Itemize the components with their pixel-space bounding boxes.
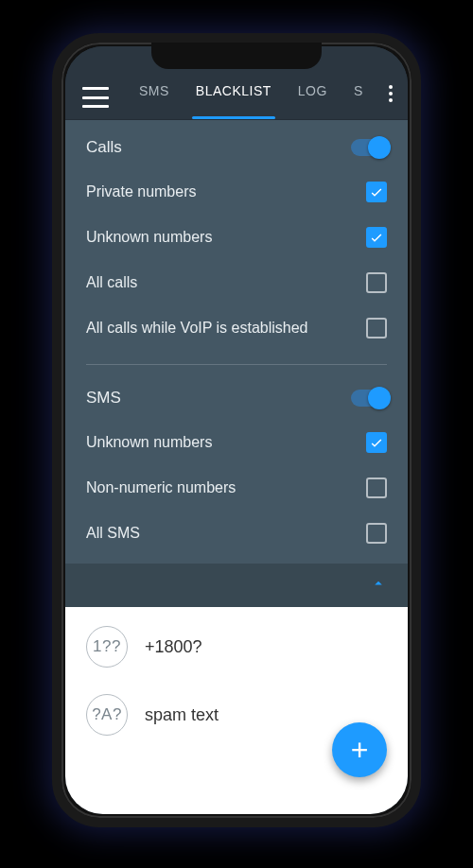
appbar-actions — [383, 79, 398, 108]
sms-unknown-row[interactable]: Unknown numbers — [86, 420, 387, 465]
row-label: Unknown numbers — [86, 434, 212, 451]
phone-frame: SMS BLACKLIST LOG S Calls — [52, 33, 421, 827]
blacklist-entries: 1?? +1800? ?A? spam text + — [65, 607, 408, 814]
calls-all-row[interactable]: All calls — [86, 260, 387, 305]
row-label: All SMS — [86, 525, 140, 542]
entry-label: +1800? — [145, 637, 202, 657]
checkbox-icon[interactable] — [366, 523, 387, 544]
entry-type-icon: 1?? — [86, 626, 128, 668]
row-label: Non-numeric numbers — [86, 479, 236, 496]
row-label: Unknown numbers — [86, 229, 212, 246]
checkbox-icon[interactable] — [366, 227, 387, 248]
tab-sms[interactable]: SMS — [126, 74, 183, 108]
checkbox-icon[interactable] — [366, 272, 387, 293]
collapse-strip[interactable] — [65, 564, 408, 607]
overflow-menu-icon[interactable] — [383, 79, 398, 108]
calls-header-label: Calls — [86, 138, 122, 157]
chevron-up-icon — [370, 575, 387, 597]
sms-header-row: SMS — [86, 376, 387, 420]
tab-bar: SMS BLACKLIST LOG S — [126, 74, 383, 108]
calls-toggle[interactable] — [351, 139, 387, 156]
calls-private-row[interactable]: Private numbers — [86, 169, 387, 215]
calls-header-row: Calls — [86, 126, 387, 169]
checkbox-icon[interactable] — [366, 318, 387, 339]
notch — [151, 43, 322, 69]
row-label: All calls while VoIP is established — [86, 320, 308, 337]
plus-icon: + — [351, 735, 369, 765]
screen: SMS BLACKLIST LOG S Calls — [65, 46, 408, 814]
sms-section: SMS Unknown numbers Non-numeric numbers — [65, 371, 408, 564]
settings-panel: Calls Private numbers Unknown numbers — [65, 120, 408, 564]
section-divider — [86, 364, 387, 365]
sms-toggle[interactable] — [351, 390, 387, 407]
calls-unknown-row[interactable]: Unknown numbers — [86, 215, 387, 260]
sms-header-label: SMS — [86, 389, 121, 408]
hamburger-menu-icon[interactable] — [82, 87, 109, 108]
entry-label: spam text — [145, 705, 219, 725]
checkbox-icon[interactable] — [366, 182, 387, 202]
row-label: Private numbers — [86, 183, 197, 200]
add-entry-fab[interactable]: + — [332, 722, 387, 777]
calls-section: Calls Private numbers Unknown numbers — [65, 120, 408, 358]
checkbox-icon[interactable] — [366, 477, 387, 498]
tab-blacklist[interactable]: BLACKLIST — [183, 74, 285, 108]
sms-all-row[interactable]: All SMS — [86, 511, 387, 556]
entry-type-icon: ?A? — [86, 694, 128, 736]
sms-nonnumeric-row[interactable]: Non-numeric numbers — [86, 465, 387, 511]
calls-voip-row[interactable]: All calls while VoIP is established — [86, 305, 387, 351]
tab-more[interactable]: S — [341, 74, 367, 108]
row-label: All calls — [86, 274, 137, 291]
list-item[interactable]: 1?? +1800? — [65, 613, 408, 681]
tab-log[interactable]: LOG — [285, 74, 341, 108]
checkbox-icon[interactable] — [366, 432, 387, 453]
